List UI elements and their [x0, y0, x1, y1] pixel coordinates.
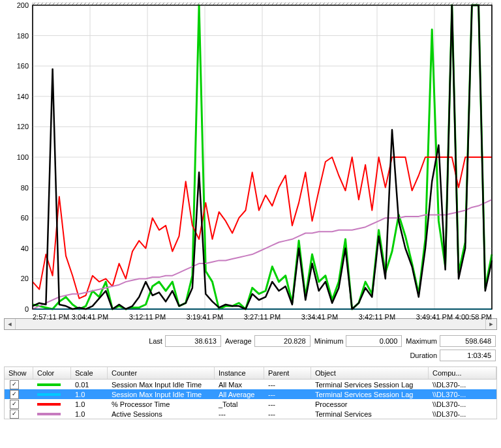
svg-text:140: 140 — [17, 93, 29, 100]
instance-cell: --- — [215, 410, 264, 418]
counter-cell: Active Sessions — [108, 410, 215, 418]
min-value: 0.000 — [346, 335, 402, 347]
header-show[interactable]: Show — [5, 367, 33, 379]
table-row[interactable]: ✓1.0Session Max Input Idle TimeAll Avera… — [5, 389, 496, 399]
parent-cell: --- — [264, 381, 311, 389]
max-value: 598.648 — [440, 335, 496, 347]
parent-cell: --- — [264, 391, 311, 398]
table-row[interactable]: ✓1.0% Processor Time_Total---Processor\\… — [5, 399, 496, 409]
header-counter[interactable]: Counter — [108, 367, 215, 379]
svg-text:2:57:11 PM: 2:57:11 PM — [33, 313, 69, 321]
table-row[interactable]: ✓1.0Active Sessions------Terminal Servic… — [5, 409, 496, 419]
min-label: Minimum — [314, 337, 344, 345]
svg-text:40: 40 — [21, 245, 29, 252]
svg-text:0: 0 — [25, 305, 29, 313]
parent-cell: --- — [264, 410, 311, 418]
computer-cell: \\DL370-... — [429, 400, 496, 408]
svg-text:180: 180 — [17, 32, 29, 40]
counters-table[interactable]: Show Color Scale Counter Instance Parent… — [4, 366, 497, 419]
show-checkbox[interactable]: ✓ — [10, 410, 19, 419]
object-cell: Processor — [311, 400, 429, 408]
color-swatch — [37, 393, 61, 396]
show-checkbox[interactable]: ✓ — [10, 400, 19, 409]
scale-cell: 1.0 — [71, 400, 108, 408]
show-checkbox[interactable]: ✓ — [10, 390, 19, 399]
svg-text:3:04:41 PM: 3:04:41 PM — [72, 313, 108, 321]
svg-text:3:42:11 PM: 3:42:11 PM — [359, 313, 395, 321]
header-color[interactable]: Color — [33, 367, 71, 379]
computer-cell: \\DL370-... — [429, 410, 496, 418]
svg-text:20: 20 — [21, 275, 29, 282]
svg-text:3:12:11 PM: 3:12:11 PM — [129, 313, 166, 321]
table-header[interactable]: Show Color Scale Counter Instance Parent… — [5, 367, 496, 380]
object-cell: Terminal Services Session Lag — [311, 391, 429, 398]
instance-cell: All Average — [215, 391, 264, 398]
object-cell: Terminal Services Session Lag — [311, 381, 429, 389]
scale-cell: 1.0 — [71, 410, 108, 418]
color-swatch — [37, 413, 61, 415]
last-label: Last — [149, 337, 162, 345]
header-computer[interactable]: Compu... — [429, 367, 496, 379]
svg-text:3:34:41 PM: 3:34:41 PM — [301, 313, 338, 321]
stats-row: Last38.613 Average20.828 Minimum0.000 Ma… — [3, 335, 496, 347]
instance-cell: All Max — [215, 381, 264, 389]
instance-cell: _Total — [215, 400, 264, 408]
header-scale[interactable]: Scale — [71, 367, 108, 379]
scale-cell: 1.0 — [71, 391, 108, 398]
avg-label: Average — [225, 337, 252, 345]
color-swatch — [37, 403, 61, 406]
svg-text:3:19:41 PM: 3:19:41 PM — [187, 313, 223, 321]
counter-cell: % Processor Time — [108, 400, 215, 408]
max-label: Maximum — [406, 337, 437, 345]
counter-cell: Session Max Input Idle Time — [108, 381, 215, 389]
counter-cell: Session Max Input Idle Time — [108, 391, 215, 398]
table-body: ✓0.01Session Max Input Idle TimeAll Max-… — [5, 380, 496, 419]
chart-svg: 0204060801001201401601802002:57:11 PM3:0… — [4, 3, 497, 326]
object-cell: Terminal Services — [311, 410, 429, 418]
svg-text:100: 100 — [17, 153, 29, 161]
table-row[interactable]: ✓0.01Session Max Input Idle TimeAll Max-… — [5, 380, 496, 389]
header-parent[interactable]: Parent — [264, 367, 311, 379]
parent-cell: --- — [264, 400, 311, 408]
svg-text:3:49:41 PM: 3:49:41 PM — [416, 313, 453, 321]
show-checkbox[interactable]: ✓ — [10, 380, 19, 389]
chart-area[interactable]: 0204060801001201401601802002:57:11 PM3:0… — [4, 3, 497, 316]
computer-cell: \\DL370-... — [429, 391, 496, 398]
svg-text:160: 160 — [17, 62, 29, 70]
header-object[interactable]: Object — [311, 367, 429, 379]
color-swatch — [37, 383, 61, 386]
computer-cell: \\DL370-... — [429, 381, 496, 389]
svg-text:4:00:58 PM: 4:00:58 PM — [455, 313, 492, 321]
svg-text:60: 60 — [21, 214, 29, 222]
duration-row: Duration1:03:45 — [3, 350, 496, 361]
header-instance[interactable]: Instance — [215, 367, 264, 379]
duration-value: 1:03:45 — [440, 350, 496, 361]
scale-cell: 0.01 — [71, 381, 108, 389]
svg-text:120: 120 — [17, 123, 29, 130]
svg-text:200: 200 — [17, 3, 29, 9]
duration-label: Duration — [410, 351, 437, 359]
avg-value: 20.828 — [254, 335, 311, 347]
svg-text:3:27:11 PM: 3:27:11 PM — [244, 313, 281, 321]
last-value: 38.613 — [165, 335, 221, 347]
svg-text:80: 80 — [21, 184, 29, 192]
perfmon-window: 0204060801001201401601802002:57:11 PM3:0… — [0, 0, 501, 448]
